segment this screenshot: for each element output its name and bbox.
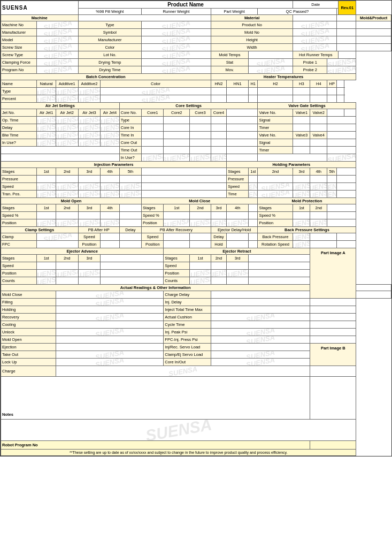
mc-position-label: Position (142, 219, 164, 227)
stat-value[interactable]: SUENSA (249, 59, 293, 66)
type-color-value[interactable]: SUENSA (101, 88, 211, 95)
actual-cushion-label: Actual Cushion (164, 314, 211, 321)
hn2-pct-value[interactable] (211, 95, 227, 103)
h2-col-header: H2 (258, 80, 293, 88)
product-no-value[interactable]: SUENSA (293, 21, 337, 29)
holding-injtotal-row: Holding Inject Total Time Max (1, 306, 391, 314)
mold-temps-value[interactable] (249, 51, 293, 59)
mold-open-section-title: Mold Open (1, 198, 142, 204)
mov-value[interactable]: SUENSA (249, 66, 293, 74)
robot-program-value[interactable] (310, 441, 356, 450)
drying-time-value[interactable]: SUENSA (142, 66, 211, 74)
hp-type-value[interactable] (327, 88, 337, 95)
program-no-value[interactable]: SUENSA (37, 66, 78, 74)
h2-type-value[interactable] (258, 88, 293, 95)
hn1-type-value[interactable] (227, 88, 249, 95)
ea-position-label: Position (1, 270, 37, 277)
inj-st3: 3rd (78, 168, 101, 176)
hold-st2: 2nd (258, 168, 293, 176)
rev-label: Rev.01 (339, 1, 356, 15)
mold-close-section-title: Mold Close (142, 198, 258, 204)
er-stages-label: Stages (164, 255, 190, 262)
holding-time-label: Holding (1, 306, 56, 314)
color-value[interactable]: SUENSA (142, 44, 211, 51)
mold-no-value[interactable]: SUENSA (293, 29, 337, 36)
pct-natural-value[interactable]: SUENSA (37, 95, 56, 103)
screw-type-value[interactable]: SUENSA (37, 51, 78, 59)
manufacturer-value[interactable]: SUENSA (37, 29, 78, 36)
jet-no-label: Jet No. (1, 109, 37, 117)
core-in-use-label: In Use? (119, 154, 141, 162)
probe1-value[interactable]: SUENSA (327, 59, 356, 66)
ejector-advance-title: Ejector Advance (1, 248, 164, 255)
drying-temp-value[interactable]: SUENSA (142, 59, 211, 66)
ej-hold-label: Hold (211, 241, 227, 248)
cycle-time-label: Cycle Time (164, 321, 211, 329)
inj-pressure-row: Pressure Pressure (1, 176, 391, 183)
pct-additive2-value[interactable]: SUENSA (78, 95, 101, 103)
ejector-header: Ejector Advance Ejector Retract Part Ima… (1, 248, 391, 255)
air-jet2-label: Air Jet2 (56, 109, 78, 117)
width-value[interactable]: SUENSA (293, 44, 337, 51)
lot-no-value[interactable]: SUENSA (142, 51, 211, 59)
blw-time-label: Blw Time (1, 132, 37, 139)
type-additive2-value[interactable]: SUENSA (78, 88, 101, 95)
hot-runner-temps-label: Hot Runner Temps (293, 51, 339, 59)
type-additive1-value[interactable]: SUENSA (56, 88, 78, 95)
h1-col-header: H1 (249, 80, 258, 88)
h1-pct-value[interactable] (249, 95, 258, 103)
h3-pct-value[interactable] (293, 95, 310, 103)
inj-stages-row: Stages 1st 2nd 3rd 4th 5th Stages 1st 2n… (1, 168, 391, 176)
manufacturer2-value[interactable]: SUENSA (142, 36, 211, 44)
er-st1: 1st (190, 255, 211, 262)
footer-row: **These setting are up to date as of xx/… (1, 450, 391, 456)
symbol-value[interactable]: SUENSA (142, 29, 211, 36)
recovery-label: Recovery (1, 314, 56, 321)
airjet-core-valve-col-headers: Jet No. Air Jet1 Air Jet2 Air Jet3 Air J… (1, 109, 391, 117)
h2-pct-value[interactable] (258, 95, 293, 103)
pb-after-recovery-label: PB After Recovery (142, 227, 211, 233)
inj-rec-servo-label: Inj/Rec. Servo Load (164, 344, 211, 351)
recovery-cushion-row: Recovery SUENSA Actual Cushion SUENSA (1, 314, 391, 321)
h4-pct-value[interactable] (310, 95, 327, 103)
er-position-label: Position (164, 270, 190, 277)
core1-label: Core1 (142, 109, 164, 117)
h1-type-value[interactable] (249, 88, 258, 95)
type-natural-value[interactable]: SUENSA (37, 88, 56, 95)
fill-weight-label: %98 Fill Weight (78, 9, 142, 15)
hn1-pct-value[interactable] (227, 95, 249, 103)
notes-area-cell[interactable]: Notes (1, 377, 310, 420)
ea-speed-label: Speed (1, 262, 37, 270)
type-value[interactable]: SUENSA (142, 21, 211, 29)
core-out-label: Core Out (119, 139, 141, 147)
mc-speed-label: Speed % (142, 212, 164, 219)
signal2-label: Signal (258, 139, 293, 147)
mp-position-label: Position (258, 219, 293, 227)
mp-st2: 2nd (310, 204, 327, 212)
ea-counts-label: Counts (1, 277, 37, 285)
clamping-force-value[interactable]: SUENSA (37, 59, 78, 66)
model-value[interactable]: SUENSA (37, 36, 78, 44)
drying-time-label: Drying Time (78, 66, 142, 74)
probe2-value[interactable]: SUENSA (327, 66, 356, 74)
core-no-label: Core No. (119, 109, 141, 117)
height-value[interactable]: SUENSA (293, 36, 337, 44)
hn2-type-value[interactable] (211, 88, 227, 95)
clamp-section-title: Clamp Settings (1, 227, 79, 233)
h3-type-value[interactable] (293, 88, 310, 95)
h4-type-value[interactable] (310, 88, 327, 95)
core4-label: Core4 (211, 109, 227, 117)
width-label: Width (211, 44, 293, 51)
air-jet3-label: Air Jet3 (78, 109, 101, 117)
hp-pct-value[interactable] (327, 95, 337, 103)
pct-additive1-value[interactable]: SUENSA (56, 95, 78, 103)
machine-no-value[interactable]: SUENSA (37, 21, 78, 29)
height-label: Height (211, 36, 293, 44)
batch-percent-row: Percent SUENSA SUENSA SUENSA SUENSA (1, 95, 391, 103)
qc-passed-label: QC Passed? (258, 9, 337, 15)
program-no-row: Program No SUENSA Drying Time SUENSA Mov… (1, 66, 391, 74)
part-image-a-title: Part Image A (310, 248, 356, 299)
pct-color-value[interactable]: SUENSA (101, 95, 211, 103)
screw-size-value[interactable]: SUENSA (37, 44, 78, 51)
mold-no-label: Mold No (211, 29, 293, 36)
